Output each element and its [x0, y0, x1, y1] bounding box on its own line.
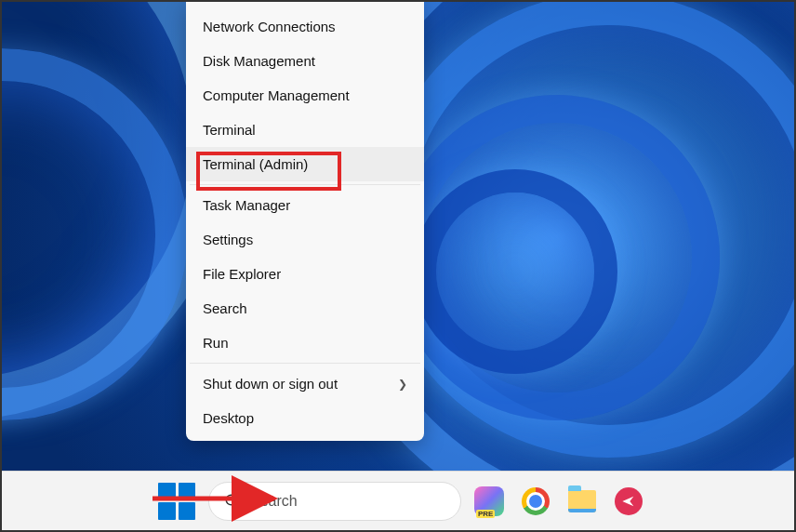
taskbar-icon-copilot[interactable]: [471, 483, 508, 520]
start-button[interactable]: [158, 483, 195, 520]
menu-item-label: Terminal: [203, 122, 256, 138]
chevron-right-icon: ❯: [398, 378, 407, 391]
menu-item-label: Desktop: [203, 410, 254, 426]
menu-item-run[interactable]: Run: [186, 326, 424, 360]
windows-logo-icon: [158, 483, 176, 500]
menu-item-label: Disk Management: [203, 53, 315, 69]
copilot-icon: [474, 486, 504, 516]
winx-context-menu: Network Connections Disk Management Comp…: [186, 2, 424, 441]
menu-item-search[interactable]: Search: [186, 291, 424, 326]
taskbar-icon-mail[interactable]: [610, 483, 647, 520]
menu-item-desktop[interactable]: Desktop: [186, 401, 424, 435]
menu-item-terminal-admin[interactable]: Terminal (Admin): [186, 147, 424, 181]
file-explorer-icon: [568, 490, 596, 512]
menu-item-label: Settings: [203, 232, 253, 247]
menu-item-disk-management[interactable]: Disk Management: [186, 44, 424, 78]
menu-item-terminal[interactable]: Terminal: [186, 113, 424, 147]
taskbar-search[interactable]: Search: [208, 482, 461, 521]
menu-item-label: Network Connections: [203, 19, 336, 34]
menu-item-label: Terminal (Admin): [203, 156, 308, 172]
search-icon: [224, 493, 241, 510]
menu-item-label: File Explorer: [203, 266, 281, 282]
menu-item-label: Search: [203, 300, 247, 316]
menu-item-network-connections[interactable]: Network Connections: [186, 9, 424, 44]
svg-line-1: [234, 503, 238, 507]
mail-icon: [615, 487, 643, 515]
menu-item-computer-management[interactable]: Computer Management: [186, 78, 424, 113]
menu-separator: [190, 363, 420, 364]
menu-item-settings[interactable]: Settings: [186, 222, 424, 257]
svg-point-0: [226, 495, 236, 505]
menu-item-label: Run: [203, 335, 229, 351]
search-placeholder: Search: [250, 493, 298, 510]
menu-item-label: Task Manager: [203, 197, 290, 213]
menu-item-label: Shut down or sign out: [203, 376, 338, 392]
menu-item-task-manager[interactable]: Task Manager: [186, 188, 424, 222]
taskbar-icon-file-explorer[interactable]: [564, 483, 601, 520]
menu-item-shutdown-signout[interactable]: Shut down or sign out ❯: [186, 366, 424, 401]
menu-item-file-explorer[interactable]: File Explorer: [186, 257, 424, 291]
taskbar-icon-chrome[interactable]: [517, 483, 554, 520]
chrome-icon: [522, 487, 550, 515]
menu-item-label: Computer Management: [203, 87, 350, 103]
menu-separator: [190, 184, 420, 185]
taskbar: Search: [2, 471, 794, 530]
